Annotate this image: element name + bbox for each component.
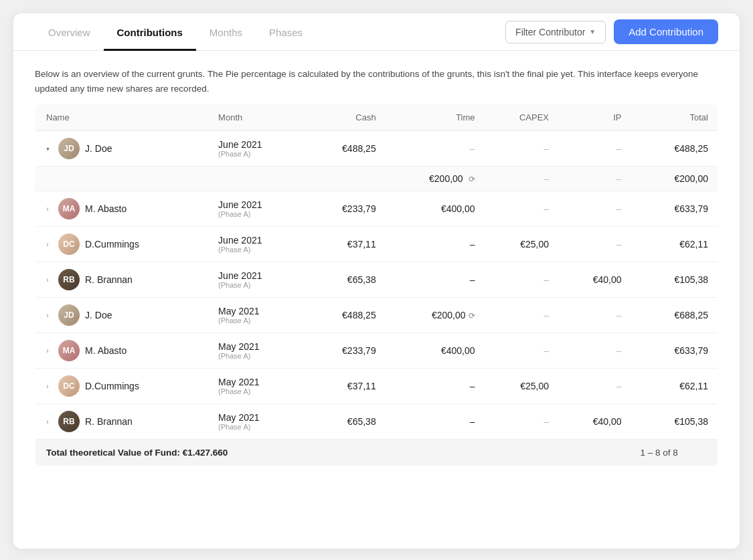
time-cell: – [386,262,485,298]
month-name: June 2021 [218,199,295,210]
capex-cell: – [485,404,558,440]
ip-cell: €40,00 [558,404,631,440]
expand-icon[interactable]: › [42,381,53,391]
cash-cell: €488,25 [305,131,385,167]
table-row: › JD J. Doe May 2021 (Phase A) €488,25 €… [35,298,718,333]
expand-icon[interactable]: › [42,345,53,356]
time-value: €400,00 [441,345,475,356]
person-name: R. Brannan [85,416,133,427]
avatar: DC [58,234,80,255]
month-cell: May 2021 (Phase A) [209,333,305,369]
total-cell: €105,38 [631,404,718,440]
sub-time-cell: €200,00 ⟳ [386,167,485,191]
time-cell: – [386,131,485,167]
phase-label: (Phase A) [218,210,295,218]
table-row: › DC D.Cummings June 2021 (Phase A) €37,… [35,227,718,262]
name-cell: › DC D.Cummings [35,227,210,262]
ip-cell: – [558,333,631,369]
cash-cell: €233,79 [305,333,385,369]
recurring-icon: ⟳ [469,311,475,320]
expand-icon[interactable]: › [42,416,53,427]
add-contribution-button[interactable]: Add Contribution [614,19,718,44]
month-cell: May 2021 (Phase A) [209,404,305,440]
month-cell: June 2021 (Phase A) [209,191,305,227]
capex-cell: €25,00 [485,227,558,262]
cash-cell: €37,11 [305,227,385,262]
sub-capex-cell: – [485,167,558,191]
name-cell: › DC D.Cummings [35,369,210,404]
col-time: Time [386,104,485,131]
time-value: – [470,274,475,285]
contributions-table: Name Month Cash Time CAPEX IP Total ▾ JD… [35,104,718,466]
time-value: €200,00 [429,173,463,184]
person-name: J. Doe [85,310,112,320]
main-card: Overview Contributions Months Phases Fil… [13,13,740,549]
total-cell: €688,25 [631,298,718,333]
name-cell: › RB R. Brannan [35,262,210,298]
month-name: May 2021 [218,341,295,352]
phase-label: (Phase A) [218,423,295,431]
name-cell: › JD J. Doe [35,298,210,333]
expand-icon[interactable]: › [42,310,53,320]
tab-bar: Overview Contributions Months Phases Fil… [13,13,740,51]
cash-cell: €233,79 [305,191,385,227]
tab-overview[interactable]: Overview [35,13,104,51]
expand-icon[interactable]: › [42,239,53,250]
table-row: ▾ JD J. Doe June 2021 (Phase A) €488,25 … [35,131,718,167]
sub-ip-cell: – [558,167,631,191]
avatar: DC [58,375,80,397]
sub-total-cell: €200,00 [631,167,718,191]
total-cell: €633,79 [631,333,718,369]
phase-label: (Phase A) [218,387,295,395]
contributions-table-wrap: Name Month Cash Time CAPEX IP Total ▾ JD… [13,104,740,482]
cash-cell: €37,11 [305,369,385,404]
table-row: › RB R. Brannan May 2021 (Phase A) €65,3… [35,404,718,440]
name-cell: ▾ JD J. Doe [35,131,210,167]
col-ip: IP [558,104,631,131]
avatar: MA [58,340,80,361]
description-text: Below is an overview of the current grun… [13,51,740,104]
phase-label: (Phase A) [218,352,295,360]
table-row: › RB R. Brannan June 2021 (Phase A) €65,… [35,262,718,298]
ip-cell: – [558,131,631,167]
time-cell: €200,00⟳ [386,298,485,333]
tab-months[interactable]: Months [196,13,256,51]
filter-contributor-button[interactable]: Filter Contributor ▼ [505,21,606,43]
filter-label: Filter Contributor [515,27,585,37]
avatar: MA [58,198,80,219]
month-cell: May 2021 (Phase A) [209,298,305,333]
table-header-row: Name Month Cash Time CAPEX IP Total [35,104,718,131]
time-cell: – [386,369,485,404]
tab-phases[interactable]: Phases [256,13,316,51]
capex-cell: – [485,131,558,167]
total-cell: €105,38 [631,262,718,298]
cash-cell: €65,38 [305,404,385,440]
chevron-down-icon: ▼ [589,28,596,35]
ip-cell: – [558,191,631,227]
month-name: May 2021 [218,377,295,387]
total-cell: €62,11 [631,227,718,262]
expand-icon[interactable]: ▾ [42,143,53,154]
table-row: › DC D.Cummings May 2021 (Phase A) €37,1… [35,369,718,404]
time-cell: – [386,227,485,262]
col-cash: Cash [305,104,385,131]
person-name: D.Cummings [85,239,139,250]
avatar: JD [58,304,80,326]
table-row: › MA M. Abasto May 2021 (Phase A) €233,7… [35,333,718,369]
phase-label: (Phase A) [218,281,295,289]
total-cell: €633,79 [631,191,718,227]
expand-icon[interactable]: › [42,274,53,285]
time-cell: – [386,404,485,440]
phase-label: (Phase A) [218,150,295,158]
phase-label: (Phase A) [218,246,295,254]
col-name: Name [35,104,210,131]
pagination-label: 1 – 8 of 8 [631,440,718,466]
expand-icon[interactable]: › [42,203,53,214]
avatar: RB [58,411,80,432]
month-cell: May 2021 (Phase A) [209,369,305,404]
tab-contributions[interactable]: Contributions [104,13,196,51]
table-row: €200,00 ⟳ – – €200,00 [35,167,718,191]
name-cell: › MA M. Abasto [35,333,210,369]
person-name: M. Abasto [85,203,127,214]
name-cell: › MA M. Abasto [35,191,210,227]
